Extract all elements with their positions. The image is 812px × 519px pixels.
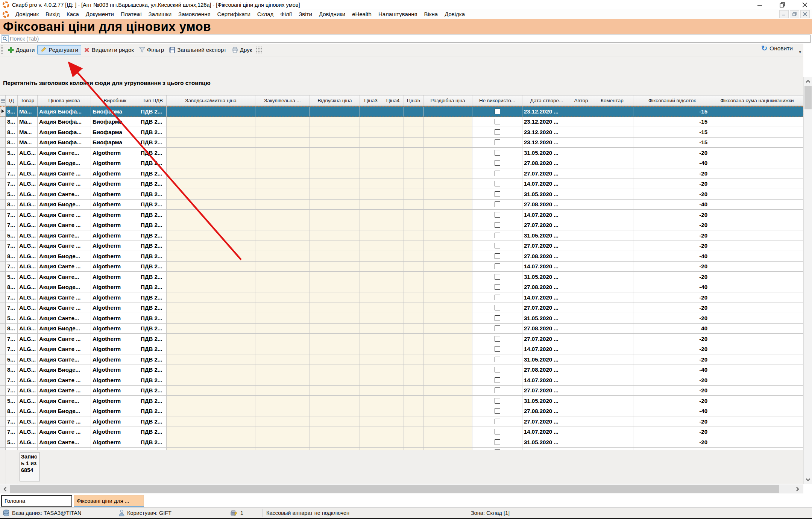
not-used-checkbox[interactable] [495, 253, 500, 259]
search-input[interactable]: Поиск (Tab) [1, 35, 810, 43]
mdi-close-button[interactable] [800, 10, 810, 18]
not-used-checkbox[interactable] [495, 305, 500, 310]
menu-item-1[interactable]: Вихід [42, 9, 63, 19]
table-row[interactable]: 5...ALG...Акция Санте...AlgothermПДВ 2..… [0, 354, 803, 365]
not-used-checkbox[interactable] [495, 191, 500, 197]
menu-item-11[interactable]: Довідники [316, 9, 349, 19]
column-header-11[interactable]: Роздрібна ціна [423, 95, 472, 106]
not-used-checkbox[interactable] [495, 129, 500, 135]
not-used-checkbox[interactable] [495, 367, 500, 372]
menu-item-0[interactable]: Довідник [12, 9, 42, 19]
column-header-1[interactable]: Товар [18, 95, 38, 106]
column-header-2[interactable]: Цінова умова [38, 95, 91, 106]
mdi-restore-button[interactable] [790, 10, 799, 18]
table-row[interactable]: 8...ALG...Акция Биоде...AlgothermПДВ 2..… [0, 200, 803, 210]
export-button[interactable]: Загальний експорт [167, 45, 229, 54]
not-used-checkbox[interactable] [495, 357, 500, 362]
menu-item-14[interactable]: Вікна [421, 9, 442, 19]
table-row[interactable]: 7...ALG...Акция Санте ...AlgothermПДВ 2.… [0, 375, 803, 386]
column-header-15[interactable]: Коментар [591, 95, 633, 106]
refresh-button[interactable]: ↻ Оновити [761, 45, 793, 52]
not-used-checkbox[interactable] [495, 181, 500, 186]
not-used-checkbox[interactable] [495, 419, 500, 424]
menu-item-9[interactable]: Філії [277, 9, 295, 19]
not-used-checkbox[interactable] [495, 274, 500, 280]
not-used-checkbox[interactable] [495, 109, 500, 114]
menu-item-10[interactable]: Звіти [295, 9, 316, 19]
column-header-10[interactable]: Ціна5 [404, 95, 423, 106]
menu-item-7[interactable]: Сертифікати [214, 9, 254, 19]
table-row[interactable]: 7...ALG...Акция Санте ...AlgothermПДВ 2.… [0, 220, 803, 231]
table-row[interactable]: 5...ALG...Акция Санте...AlgothermПДВ 2..… [0, 313, 803, 324]
column-header-3[interactable]: Виробник [91, 95, 139, 106]
table-row[interactable]: 8...Ма...Акция Биофа...БиофармаПДВ 2...2… [0, 106, 803, 117]
horizontal-scrollbar[interactable] [0, 484, 803, 493]
not-used-checkbox[interactable] [495, 408, 500, 414]
table-row[interactable]: 5...ALG...Акция Санте...AlgothermПДВ 2..… [0, 272, 803, 282]
not-used-checkbox[interactable] [495, 212, 500, 218]
table-row[interactable]: 8...ALG...Акция Биоде...AlgothermПДВ 2..… [0, 324, 803, 334]
horizontal-scroll-thumb[interactable] [10, 485, 779, 493]
tab-home[interactable]: Головна [1, 495, 72, 507]
menu-item-2[interactable]: Каса [63, 9, 82, 19]
not-used-checkbox[interactable] [495, 139, 500, 145]
menu-item-4[interactable]: Платежі [117, 9, 145, 19]
table-row[interactable]: 7...ALG...Акция Санте ...AlgothermПДВ 2.… [0, 179, 803, 189]
not-used-checkbox[interactable] [495, 263, 500, 269]
menu-item-12[interactable]: eHealth [349, 9, 375, 19]
not-used-checkbox[interactable] [495, 295, 500, 300]
table-row[interactable]: 8...ALG...Акция Биоде...AlgothermПДВ 2..… [0, 365, 803, 375]
not-used-checkbox[interactable] [495, 233, 500, 238]
refresh-caret-icon[interactable]: ▾ [799, 50, 801, 54]
vertical-scroll-thumb[interactable] [804, 86, 812, 109]
menu-item-5[interactable]: Залишки [145, 9, 175, 19]
column-header-16[interactable]: Фіксований відсоток [633, 95, 711, 106]
column-header-4[interactable]: Тип ПДВ [139, 95, 167, 106]
column-header-17[interactable]: Фіксована сума націнки/знижки [711, 95, 803, 106]
delete-row-button[interactable]: Видалити рядок [81, 45, 137, 54]
not-used-checkbox[interactable] [495, 387, 500, 393]
column-header-13[interactable]: Дата створе... [522, 95, 571, 106]
table-row[interactable]: 8...ALG...Акция Биоде...AlgothermПДВ 2..… [0, 158, 803, 169]
column-header-14[interactable]: Автор [571, 95, 591, 106]
table-row[interactable]: 7...ALG...Акция Санте ...AlgothermПДВ 2.… [0, 303, 803, 313]
not-used-checkbox[interactable] [495, 119, 500, 124]
table-row[interactable]: 8...Ма...Акция Биофа...БиофармаПДВ 2...2… [0, 127, 803, 138]
filter-button[interactable]: Фільтр [137, 45, 167, 54]
table-row[interactable]: 8...ALG...Акция Биоде...AlgothermПДВ 2..… [0, 282, 803, 293]
table-row[interactable]: 7...ALG...Акция Санте ...AlgothermПДВ 2.… [0, 168, 803, 179]
table-row[interactable]: 8...Ма...Акция Биофа...БиофармаПДВ 2...2… [0, 138, 803, 148]
not-used-checkbox[interactable] [495, 429, 500, 434]
column-header-5[interactable]: Заводська/митна ціна [167, 95, 255, 106]
table-row[interactable]: 7...ALG...Акция Санте ...AlgothermПДВ 2.… [0, 241, 803, 251]
not-used-checkbox[interactable] [495, 377, 500, 383]
not-used-checkbox[interactable] [495, 315, 500, 321]
table-row[interactable]: 7...ALG...Акция Санте ...AlgothermПДВ 2.… [0, 427, 803, 437]
not-used-checkbox[interactable] [495, 325, 500, 331]
column-header-8[interactable]: Ціна3 [360, 95, 382, 106]
not-used-checkbox[interactable] [495, 439, 500, 445]
menu-item-3[interactable]: Документи [82, 9, 117, 19]
column-header-7[interactable]: Відпускна ціна [310, 95, 360, 106]
not-used-checkbox[interactable] [495, 171, 500, 176]
tab-fixed-prices[interactable]: Фіксовані ціни для ... [74, 495, 144, 507]
not-used-checkbox[interactable] [495, 346, 500, 352]
scroll-up-icon[interactable] [804, 77, 812, 85]
column-header-12[interactable]: Не використо... [472, 95, 522, 106]
print-button[interactable]: Друк [229, 45, 255, 54]
toolbar-grip[interactable] [1, 45, 3, 54]
minimize-button[interactable] [756, 2, 763, 8]
table-row[interactable]: 5...ALG...Акция Санте...AlgothermПДВ 2..… [0, 230, 803, 241]
scroll-down-icon[interactable] [804, 475, 812, 484]
not-used-checkbox[interactable] [495, 150, 500, 156]
not-used-checkbox[interactable] [495, 160, 500, 166]
not-used-checkbox[interactable] [495, 398, 500, 404]
column-header-0[interactable]: ІД [6, 95, 18, 106]
table-row[interactable]: 5...ALG...Акция Санте...AlgothermПДВ 2..… [0, 396, 803, 406]
column-header-9[interactable]: Ціна4 [382, 95, 404, 106]
not-used-checkbox[interactable] [495, 336, 500, 342]
table-row[interactable]: 7...ALG...Акция Санте ...AlgothermПДВ 2.… [0, 334, 803, 344]
table-row[interactable]: 8...Ма...Акция Биофа...БиофармаПДВ 2...2… [0, 117, 803, 127]
table-row[interactable]: 7...ALG...Акция Санте ...AlgothermПДВ 2.… [0, 292, 803, 303]
table-row[interactable]: 5...ALG...Акция Санте...AlgothermПДВ 2..… [0, 148, 803, 158]
